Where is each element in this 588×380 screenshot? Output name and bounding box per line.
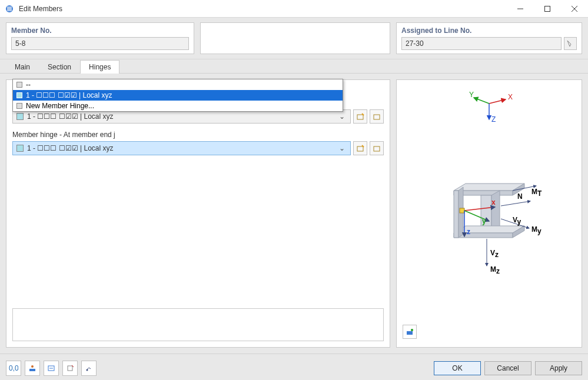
member-no-box: Member No. bbox=[6, 22, 194, 54]
preview-panel: X Y Z bbox=[396, 79, 582, 348]
titlebar: Edit Members bbox=[0, 0, 588, 18]
end-new-button[interactable] bbox=[353, 141, 367, 155]
tab-section[interactable]: Section bbox=[39, 60, 80, 74]
svg-text:Mz: Mz bbox=[490, 265, 500, 275]
maximize-button[interactable] bbox=[534, 0, 561, 18]
svg-text:MT: MT bbox=[531, 188, 542, 198]
tool-5-button[interactable] bbox=[81, 361, 97, 376]
assigned-input[interactable] bbox=[401, 37, 562, 50]
close-button[interactable] bbox=[561, 0, 588, 18]
svg-rect-7 bbox=[374, 115, 380, 119]
svg-line-11 bbox=[474, 98, 489, 104]
svg-text:My: My bbox=[531, 225, 542, 235]
dropdown-item-label: -- bbox=[26, 81, 31, 89]
header-mid-box bbox=[200, 22, 390, 54]
member-hinge-diagram: x y z N MT Vy My Vz Mz bbox=[430, 167, 548, 285]
preview-settings-button[interactable] bbox=[403, 325, 417, 339]
svg-text:y: y bbox=[482, 217, 486, 225]
swatch-none-icon bbox=[16, 82, 22, 88]
svg-point-37 bbox=[31, 365, 34, 368]
color-swatch-icon bbox=[16, 145, 24, 152]
tab-main[interactable]: Main bbox=[6, 60, 39, 74]
axes-indicator: X Y Z bbox=[403, 86, 576, 127]
svg-rect-6 bbox=[357, 115, 363, 119]
svg-rect-3 bbox=[545, 6, 550, 11]
body: Assignment Member hinge - At member star… bbox=[0, 74, 588, 354]
minimize-button[interactable] bbox=[507, 0, 534, 18]
svg-text:Y: Y bbox=[469, 91, 474, 99]
ok-button[interactable]: OK bbox=[434, 361, 481, 375]
preview-toolbar bbox=[403, 325, 576, 341]
tab-hinges[interactable]: Hinges bbox=[80, 60, 119, 74]
dropdown-item-label: New Member Hinge... bbox=[26, 102, 94, 110]
svg-text:Vz: Vz bbox=[490, 249, 499, 259]
footer: 0,00 OK Cancel Apply bbox=[0, 354, 588, 380]
svg-rect-9 bbox=[374, 146, 380, 151]
color-swatch-icon bbox=[16, 92, 22, 98]
start-new-button[interactable] bbox=[353, 109, 367, 124]
svg-rect-1 bbox=[7, 6, 12, 11]
preview-diagram: x y z N MT Vy My Vz Mz bbox=[403, 127, 576, 325]
svg-text:Z: Z bbox=[491, 115, 496, 124]
cancel-button[interactable]: Cancel bbox=[484, 361, 531, 375]
svg-text:N: N bbox=[517, 192, 523, 201]
start-edit-button[interactable] bbox=[370, 109, 384, 124]
pick-lines-button[interactable] bbox=[564, 37, 577, 50]
svg-text:z: z bbox=[467, 228, 470, 236]
chevron-down-icon: ⌄ bbox=[337, 144, 347, 152]
app-icon bbox=[5, 4, 14, 14]
svg-text:X: X bbox=[508, 93, 513, 101]
end-combo-dropdown[interactable]: -- 1 - ☐☐☐ ☐☑☑ | Local xyz New Member Hi… bbox=[12, 79, 343, 112]
header-strip: Member No. Assigned to Line No. bbox=[0, 18, 588, 59]
svg-point-42 bbox=[87, 369, 88, 371]
svg-rect-16 bbox=[460, 208, 464, 213]
svg-rect-8 bbox=[357, 146, 363, 151]
dropdown-item[interactable]: New Member Hinge... bbox=[13, 101, 343, 111]
assigned-box: Assigned to Line No. bbox=[396, 22, 582, 54]
tool-3-button[interactable] bbox=[44, 361, 59, 376]
units-button[interactable]: 0,00 bbox=[6, 361, 21, 376]
end-edit-button[interactable] bbox=[370, 141, 384, 155]
end-row: 1 - ☐☐☐ ☐☑☑ | Local xyz ⌄ bbox=[12, 141, 384, 155]
apply-button[interactable]: Apply bbox=[535, 361, 582, 375]
dropdown-item-label: 1 - ☐☐☐ ☐☑☑ | Local xyz bbox=[26, 91, 112, 99]
svg-text:Vy: Vy bbox=[513, 216, 521, 226]
tool-2-button[interactable] bbox=[25, 361, 40, 376]
start-combo-value: 1 - ☐☐☐ ☐☑☑ | Local xyz bbox=[27, 112, 337, 121]
svg-rect-40 bbox=[68, 366, 72, 371]
svg-line-10 bbox=[489, 99, 506, 104]
chevron-down-icon: ⌄ bbox=[337, 112, 347, 121]
end-label: Member hinge - At member end j bbox=[12, 131, 384, 139]
dropdown-item[interactable]: -- bbox=[13, 79, 343, 90]
svg-text:0,00: 0,00 bbox=[9, 364, 18, 372]
svg-line-23 bbox=[501, 201, 530, 206]
tool-4-button[interactable] bbox=[62, 361, 78, 376]
svg-text:x: x bbox=[491, 198, 496, 206]
dropdown-item[interactable]: 1 - ☐☐☐ ☐☑☑ | Local xyz bbox=[13, 90, 343, 101]
member-no-label: Member No. bbox=[11, 26, 189, 35]
member-no-input[interactable] bbox=[11, 37, 189, 50]
tabs: Main Section Hinges bbox=[0, 59, 588, 74]
color-swatch-icon bbox=[16, 113, 24, 120]
lower-blank-panel bbox=[12, 308, 384, 341]
svg-rect-33 bbox=[407, 331, 413, 335]
svg-point-34 bbox=[411, 329, 413, 331]
end-combo-value: 1 - ☐☐☐ ☐☑☑ | Local xyz bbox=[27, 144, 337, 152]
swatch-none-icon bbox=[16, 103, 22, 109]
end-combo[interactable]: 1 - ☐☐☐ ☐☑☑ | Local xyz ⌄ bbox=[12, 141, 351, 155]
window-title: Edit Members bbox=[19, 5, 507, 13]
svg-rect-36 bbox=[29, 369, 35, 371]
assignment-panel: Assignment Member hinge - At member star… bbox=[6, 79, 390, 348]
assigned-label: Assigned to Line No. bbox=[401, 26, 577, 35]
